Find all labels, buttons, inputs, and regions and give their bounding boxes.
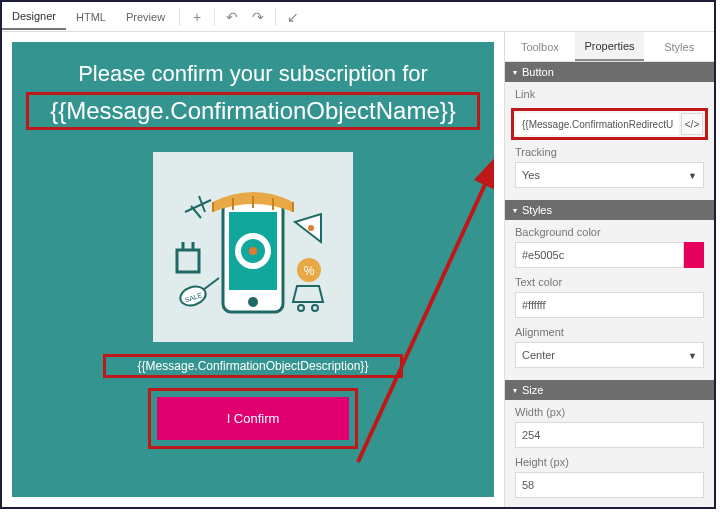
panel-tab-styles[interactable]: Styles — [644, 32, 714, 61]
svg-point-16 — [312, 305, 318, 311]
object-name-placeholder[interactable]: {{Message.ConfirmationObjectName}} — [33, 97, 473, 125]
tracking-select[interactable]: Yes ▼ — [515, 162, 704, 188]
chevron-down-icon: ▼ — [688, 171, 697, 181]
hero-image-placeholder[interactable]: SALE % — [153, 152, 353, 342]
annotation-objectname: {{Message.ConfirmationObjectName}} — [26, 92, 480, 130]
section-button-title: Button — [522, 66, 554, 78]
tracking-value: Yes — [522, 169, 540, 181]
section-styles-header[interactable]: ▾ Styles — [505, 200, 714, 220]
svg-point-9 — [308, 225, 314, 231]
section-styles-title: Styles — [522, 204, 552, 216]
height-input[interactable] — [515, 472, 704, 498]
chevron-down-icon: ▾ — [513, 68, 517, 77]
tracking-label: Tracking — [515, 146, 704, 158]
section-size-title: Size — [522, 384, 543, 396]
width-input[interactable] — [515, 422, 704, 448]
description-placeholder[interactable]: {{Message.ConfirmationObjectDescription}… — [110, 359, 396, 373]
add-button[interactable]: + — [184, 4, 210, 30]
link-input[interactable] — [516, 113, 679, 135]
bg-color-label: Background color — [515, 226, 704, 238]
svg-point-15 — [298, 305, 304, 311]
bg-color-input[interactable] — [515, 242, 684, 268]
svg-point-5 — [248, 297, 258, 307]
bg-color-swatch[interactable] — [684, 242, 704, 268]
store-illustration-icon: SALE % — [153, 152, 353, 342]
svg-marker-6 — [177, 250, 199, 272]
section-button-header[interactable]: ▾ Button — [505, 62, 714, 82]
tab-preview[interactable]: Preview — [116, 5, 175, 29]
code-icon: </> — [685, 119, 699, 130]
email-canvas[interactable]: Please confirm your subscription for {{M… — [12, 42, 494, 497]
alignment-select[interactable]: Center ▼ — [515, 342, 704, 368]
separator — [179, 8, 180, 26]
alignment-value: Center — [522, 349, 555, 361]
annotation-confirm-button: I Confirm — [148, 388, 358, 449]
text-color-label: Text color — [515, 276, 704, 288]
collapse-button[interactable]: ↙ — [280, 4, 306, 30]
tab-designer[interactable]: Designer — [2, 4, 66, 30]
chevron-down-icon: ▾ — [513, 206, 517, 215]
headline-text: Please confirm your subscription for — [26, 60, 480, 88]
annotation-link-field: </> — [511, 108, 708, 140]
confirm-button[interactable]: I Confirm — [157, 397, 349, 440]
svg-line-12 — [203, 278, 219, 290]
separator — [275, 8, 276, 26]
chevron-down-icon: ▾ — [513, 386, 517, 395]
svg-point-4 — [249, 247, 257, 255]
alignment-label: Alignment — [515, 326, 704, 338]
chevron-down-icon: ▼ — [688, 351, 697, 361]
redo-icon: ↷ — [252, 9, 264, 25]
undo-button[interactable]: ↶ — [219, 4, 245, 30]
redo-button[interactable]: ↷ — [245, 4, 271, 30]
separator — [214, 8, 215, 26]
width-label: Width (px) — [515, 406, 704, 418]
design-canvas-wrap: Please confirm your subscription for {{M… — [2, 32, 504, 507]
tab-html[interactable]: HTML — [66, 5, 116, 29]
section-size-header[interactable]: ▾ Size — [505, 380, 714, 400]
text-color-input[interactable] — [515, 292, 704, 318]
panel-tab-toolbox[interactable]: Toolbox — [505, 32, 575, 61]
link-label: Link — [515, 88, 704, 100]
svg-line-17 — [358, 156, 494, 462]
properties-panel: Toolbox Properties Styles ▾ Button Link … — [504, 32, 714, 507]
annotation-description: {{Message.ConfirmationObjectDescription}… — [103, 354, 403, 378]
svg-text:%: % — [304, 264, 315, 278]
panel-tab-properties[interactable]: Properties — [575, 32, 645, 61]
undo-icon: ↶ — [226, 9, 238, 25]
top-toolbar: Designer HTML Preview + ↶ ↷ ↙ — [2, 2, 714, 32]
height-label: Height (px) — [515, 456, 704, 468]
collapse-icon: ↙ — [287, 9, 299, 25]
panel-tabs: Toolbox Properties Styles — [505, 32, 714, 62]
plus-icon: + — [193, 9, 201, 25]
code-editor-button[interactable]: </> — [681, 113, 703, 135]
